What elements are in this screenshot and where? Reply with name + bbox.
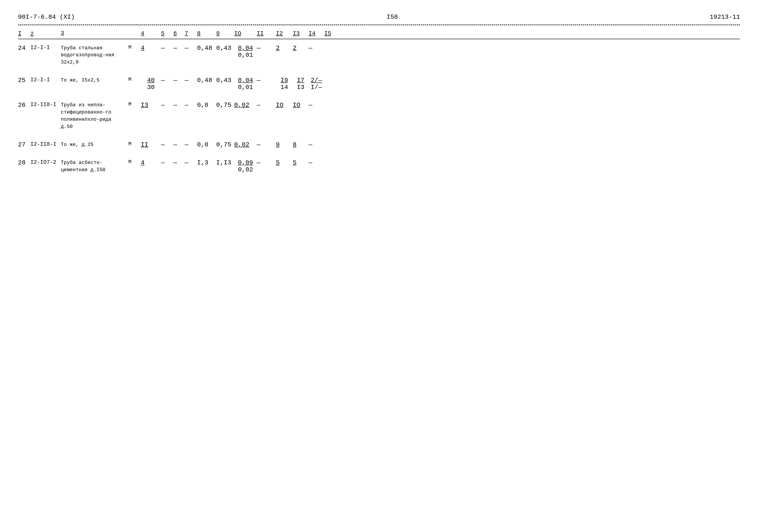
col4-cell: II bbox=[141, 141, 161, 148]
col12-cell: I914 bbox=[276, 77, 293, 91]
col11-cell: — bbox=[257, 141, 276, 148]
col8-cell: 0,8 bbox=[197, 102, 216, 109]
header-left: 90I-7-6.84 (XI) bbox=[18, 14, 75, 20]
table-row: 27I2-II8-IТо же, д.25МII———0,80,750,02—9… bbox=[18, 141, 740, 148]
col11-cell: — bbox=[257, 45, 276, 52]
row-desc: То же, д.25 bbox=[61, 141, 128, 148]
col-header-1: I bbox=[18, 30, 30, 37]
col-header-11: II bbox=[257, 30, 276, 37]
col6-cell: — bbox=[173, 77, 185, 84]
row-unit: М bbox=[128, 102, 141, 107]
col-header-12: I2 bbox=[276, 30, 293, 37]
col12-cell: 5 bbox=[276, 159, 293, 166]
col7-cell: — bbox=[185, 102, 197, 109]
col13-cell: 2 bbox=[293, 45, 308, 52]
col14-cell: — bbox=[308, 102, 324, 109]
col5-cell: — bbox=[161, 141, 173, 148]
col8-cell: I,3 bbox=[197, 159, 216, 166]
row-number: 26 bbox=[18, 102, 30, 109]
col8-cell: 0,48 bbox=[197, 45, 216, 52]
col14-cell: — bbox=[308, 45, 324, 52]
col9-cell: 0,75 bbox=[216, 102, 234, 109]
col-header-3: 3 bbox=[61, 29, 128, 37]
col-header-14: I4 bbox=[308, 30, 324, 37]
col14-cell: — bbox=[308, 159, 324, 166]
row-number: 27 bbox=[18, 141, 30, 148]
col7-cell: — bbox=[185, 45, 197, 52]
col9-cell: 0,75 bbox=[216, 141, 234, 148]
col4-cell: 4030 bbox=[141, 77, 161, 91]
col5-cell: — bbox=[161, 102, 173, 109]
col-header-6: 6 bbox=[173, 30, 185, 37]
col4-cell: I3 bbox=[141, 102, 161, 109]
row-desc: То же, I5х2,5 bbox=[61, 77, 128, 84]
row-desc: Труба асбесто-цементная д.I50 bbox=[61, 159, 128, 174]
row-desc: Труба стальная водогазопровод-ная 32х2,8 bbox=[61, 45, 128, 66]
col10-cell: 0,090,02 bbox=[234, 159, 257, 173]
col13-cell: 8 bbox=[293, 141, 308, 148]
col12-cell: 2 bbox=[276, 45, 293, 52]
row-unit: М bbox=[128, 77, 141, 83]
col-header-2: 2 bbox=[30, 31, 61, 37]
col10-cell: 0,02 bbox=[234, 102, 257, 109]
col8-cell: 0,8 bbox=[197, 141, 216, 148]
col8-cell: 0,48 bbox=[197, 77, 216, 84]
col9-cell: I,I3 bbox=[216, 159, 234, 166]
col7-cell: — bbox=[185, 141, 197, 148]
col13-cell: 5 bbox=[293, 159, 308, 166]
row-code: I2-II8-I bbox=[30, 141, 61, 147]
col10-cell: 0,040,01 bbox=[234, 77, 257, 91]
col6-cell: — bbox=[173, 45, 185, 52]
col6-cell: — bbox=[173, 102, 185, 109]
col9-cell: 0,43 bbox=[216, 77, 234, 84]
col-header-9: 9 bbox=[216, 30, 234, 37]
col12-cell: 9 bbox=[276, 141, 293, 148]
dashed-separator bbox=[18, 24, 740, 25]
col-header-10: IO bbox=[234, 30, 257, 37]
row-number: 28 bbox=[18, 159, 30, 166]
col13-cell: I7I3 bbox=[293, 77, 308, 91]
row-code: I2-I-I bbox=[30, 77, 61, 83]
col5-cell: — bbox=[161, 159, 173, 166]
header: 90I-7-6.84 (XI) I58 19213-11 bbox=[18, 14, 740, 20]
col6-cell: — bbox=[173, 141, 185, 148]
row-number: 25 bbox=[18, 77, 30, 84]
table-row: 26I2-II8-IТруба из непла-стифицированно-… bbox=[18, 102, 740, 130]
col-header-8: 8 bbox=[197, 30, 216, 37]
row-unit: М bbox=[128, 141, 141, 147]
col4-cell: 4 bbox=[141, 45, 161, 52]
col12-cell: IO bbox=[276, 102, 293, 109]
col11-cell: — bbox=[257, 102, 276, 109]
col7-cell: — bbox=[185, 77, 197, 84]
col13-cell: IO bbox=[293, 102, 308, 109]
row-unit: М bbox=[128, 45, 141, 50]
row-desc: Труба из непла-стифицированно-го поливин… bbox=[61, 102, 128, 130]
col5-cell: — bbox=[161, 45, 173, 52]
col-header-4: 4 bbox=[141, 30, 161, 37]
col6-cell: — bbox=[173, 159, 185, 166]
col10-cell: 0,040,01 bbox=[234, 45, 257, 58]
data-rows: 24I2-I-IТруба стальная водогазопровод-на… bbox=[18, 45, 740, 174]
col-header-5: 5 bbox=[161, 30, 173, 37]
col5-cell: — bbox=[161, 77, 173, 84]
col14-cell: 2/—I/— bbox=[308, 77, 324, 91]
row-code: I2-IO7-2 bbox=[30, 159, 61, 165]
col-header-15: I5 bbox=[324, 30, 340, 37]
col11-cell: — bbox=[257, 159, 276, 166]
col10-cell: 0,02 bbox=[234, 141, 257, 148]
col-header-13: I3 bbox=[293, 30, 308, 37]
col14-cell: — bbox=[308, 141, 324, 148]
column-headers: I 2 3 4 5 6 7 8 9 IO II I2 I3 I4 I5 bbox=[18, 29, 740, 39]
col4-cell: 4 bbox=[141, 159, 161, 166]
row-code: I2-I-I bbox=[30, 45, 61, 51]
header-right: 19213-11 bbox=[710, 14, 740, 20]
table-row: 28I2-IO7-2Труба асбесто-цементная д.I50М… bbox=[18, 159, 740, 174]
col11-cell: — bbox=[257, 77, 276, 84]
header-center: I58 bbox=[387, 14, 398, 20]
col9-cell: 0,43 bbox=[216, 45, 234, 52]
col-header-7: 7 bbox=[185, 30, 197, 37]
row-unit: М bbox=[128, 159, 141, 165]
col7-cell: — bbox=[185, 159, 197, 166]
table-row: 25I2-I-IТо же, I5х2,5М4030———0,480,430,0… bbox=[18, 77, 740, 91]
table-row: 24I2-I-IТруба стальная водогазопровод-на… bbox=[18, 45, 740, 66]
